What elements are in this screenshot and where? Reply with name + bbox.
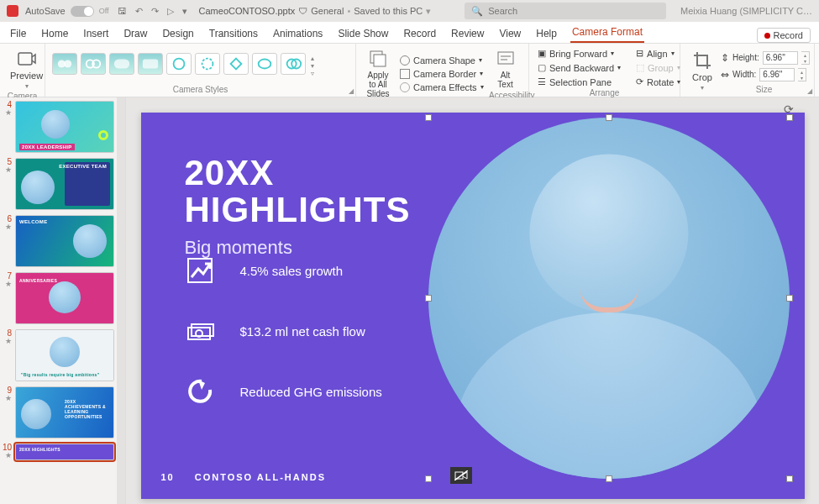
- style-3[interactable]: [109, 53, 134, 75]
- slide-canvas-area[interactable]: ⟳ 20XXHIGHLIGHTS Big moments 4.5% sales …: [126, 97, 819, 504]
- title-block[interactable]: 20XXHIGHLIGHTS Big moments: [185, 155, 411, 259]
- document-name[interactable]: CameoCONTOSO.pptx: [199, 6, 296, 16]
- saved-chevron-icon[interactable]: ▾: [426, 6, 431, 17]
- camera-styles-gallery[interactable]: ▴▾▿: [52, 53, 316, 79]
- group-menu[interactable]: ⬚Group▾: [634, 61, 682, 74]
- selection-pane-button[interactable]: ☰Selection Pane: [536, 76, 622, 88]
- slide-thumb-4[interactable]: 20XX LEADERSHIP: [15, 101, 114, 153]
- width-spinner[interactable]: ▴▾: [798, 68, 806, 81]
- align-label: Align: [647, 49, 667, 59]
- chevron-down-icon: ▾: [701, 84, 704, 92]
- toggle-pill[interactable]: [71, 6, 94, 17]
- resize-handle-e[interactable]: [786, 295, 793, 302]
- tab-animations[interactable]: Animations: [271, 24, 324, 43]
- style-6[interactable]: [195, 53, 220, 75]
- slide-footer: 10 CONTOSO ALL-HANDS: [161, 472, 326, 482]
- width-input[interactable]: 6.96": [759, 68, 795, 81]
- resize-handle-n[interactable]: [606, 114, 612, 121]
- resize-handle-s[interactable]: [606, 475, 612, 482]
- tab-view[interactable]: View: [497, 24, 522, 43]
- resize-handle-sw[interactable]: [425, 475, 432, 482]
- styles-dialog-launcher-icon[interactable]: ◢: [349, 87, 354, 95]
- slide-thumb-5[interactable]: EXECUTIVE TEAM: [15, 158, 114, 210]
- tab-home[interactable]: Home: [39, 24, 70, 43]
- style-9[interactable]: [281, 53, 306, 75]
- send-backward-label: Send Backward: [549, 63, 614, 73]
- search-box[interactable]: 🔍 Search: [465, 3, 666, 19]
- thumb-caption: 20XX LEADERSHIP: [19, 144, 75, 150]
- preview-button[interactable]: Preview ▾: [7, 47, 46, 92]
- resize-handle-ne[interactable]: [786, 114, 793, 121]
- height-spinner[interactable]: ▴▾: [801, 51, 810, 65]
- style-4[interactable]: [138, 53, 163, 75]
- gallery-scroll[interactable]: ▴▾▿: [309, 53, 316, 79]
- crop-label: Crop: [692, 72, 712, 82]
- slide-thumb-6[interactable]: WELCOME: [15, 215, 114, 267]
- tab-slide-show[interactable]: Slide Show: [336, 24, 390, 43]
- selection-pane-label: Selection Pane: [549, 77, 612, 87]
- sensitivity-label[interactable]: General: [311, 6, 344, 16]
- tab-help[interactable]: Help: [534, 24, 559, 43]
- size-dialog-launcher-icon[interactable]: ◢: [807, 87, 812, 95]
- tab-design[interactable]: Design: [160, 24, 195, 43]
- qat-more-icon[interactable]: ▾: [182, 6, 187, 17]
- resize-handle-se[interactable]: [786, 475, 793, 482]
- style-7[interactable]: [223, 53, 249, 75]
- bullets-block[interactable]: 4.5% sales growth $13.2 ml net cash flow…: [185, 255, 382, 407]
- undo-icon[interactable]: ↶: [135, 6, 143, 17]
- save-icon[interactable]: 🖫: [118, 6, 127, 17]
- tab-draw[interactable]: Draw: [122, 24, 149, 43]
- svg-point-2: [64, 60, 71, 67]
- ribbon-group-crop: Crop ▾: [680, 44, 714, 97]
- camera-border-menu[interactable]: Camera Border▾: [398, 68, 486, 80]
- camera-effects-menu[interactable]: Camera Effects▾: [398, 81, 486, 93]
- bring-forward-button[interactable]: ▣Bring Forward▾: [536, 47, 622, 60]
- tab-transitions[interactable]: Transitions: [207, 24, 260, 43]
- title-line1: 20XX: [185, 153, 275, 192]
- effects-icon: [400, 82, 410, 92]
- svg-rect-6: [143, 60, 158, 69]
- cameo-object-selected[interactable]: [428, 118, 790, 479]
- apply-to-all-button[interactable]: Apply to All Slides: [363, 47, 393, 100]
- resize-handle-nw[interactable]: [425, 114, 432, 121]
- ribbon-group-accessibility: Alt Text Accessibility: [482, 44, 529, 97]
- slide-thumb-10[interactable]: 20XX HIGHLIGHTS: [15, 444, 114, 460]
- user-account[interactable]: Meixia Huang (SIMPLICITY C…: [680, 6, 812, 16]
- resize-handle-w[interactable]: [425, 295, 432, 302]
- rotate-menu[interactable]: ⟳Rotate▾: [634, 76, 682, 88]
- width-label: Width:: [732, 70, 756, 79]
- tab-insert[interactable]: Insert: [81, 24, 110, 43]
- slide-thumb-8[interactable]: "Big results require big ambitions": [15, 329, 114, 381]
- record-button[interactable]: Record: [757, 28, 811, 43]
- camera-off-badge[interactable]: [450, 467, 472, 484]
- animation-star-icon: ★: [2, 338, 12, 345]
- style-1[interactable]: [52, 53, 77, 75]
- slide[interactable]: 20XXHIGHLIGHTS Big moments 4.5% sales gr…: [141, 113, 805, 499]
- tab-camera-format[interactable]: Camera Format: [570, 23, 644, 43]
- redo-icon[interactable]: ↷: [151, 6, 159, 17]
- style-5[interactable]: [166, 53, 192, 75]
- height-input[interactable]: 6.96": [763, 51, 798, 65]
- thumbnails-scrollbar[interactable]: [117, 97, 125, 504]
- start-slideshow-icon[interactable]: ▷: [167, 6, 174, 17]
- tab-review[interactable]: Review: [449, 24, 486, 43]
- slide-thumb-9[interactable]: 20XX ACHIEVEMENTS & LEARNING OPPORTUNITI…: [15, 386, 114, 438]
- svg-rect-0: [18, 53, 32, 65]
- sensitivity-icon[interactable]: 🛡: [298, 6, 307, 16]
- style-8[interactable]: [252, 53, 277, 75]
- crop-button[interactable]: Crop ▾: [687, 49, 717, 93]
- autosave-toggle[interactable]: AutoSave Off: [25, 6, 109, 17]
- autosave-state: Off: [99, 7, 109, 15]
- align-menu[interactable]: ⊟Align▾: [634, 47, 682, 60]
- slide-thumbnails-panel[interactable]: 4★ 20XX LEADERSHIP 5★ EXECUTIVE TEAM 6★: [0, 97, 126, 504]
- style-2[interactable]: [81, 53, 106, 75]
- send-backward-button[interactable]: ▢Send Backward▾: [536, 61, 622, 74]
- chevron-down-icon: ▾: [611, 50, 614, 57]
- alt-text-label: Alt Text: [492, 71, 518, 89]
- thumb-caption: EXECUTIVE TEAM: [59, 164, 107, 169]
- tab-record[interactable]: Record: [402, 24, 438, 43]
- slide-thumb-7[interactable]: ANNIVERSARIES: [15, 272, 114, 324]
- tab-file[interactable]: File: [8, 24, 28, 43]
- alt-text-button[interactable]: Alt Text: [489, 47, 522, 91]
- camera-shape-menu[interactable]: Camera Shape▾: [398, 55, 486, 66]
